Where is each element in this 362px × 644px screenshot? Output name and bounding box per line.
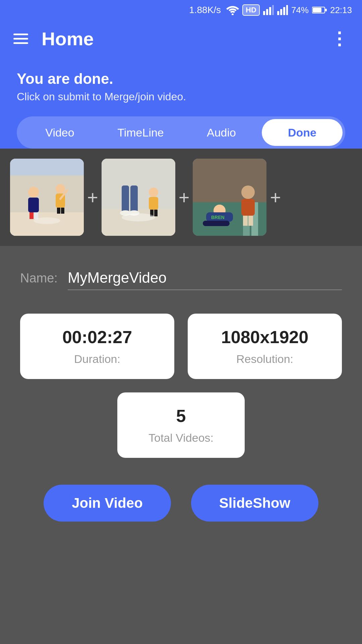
svg-rect-2 (266, 9, 268, 15)
header: Home ⋮ (0, 20, 362, 57)
svg-rect-16 (28, 198, 39, 212)
resolution-value: 362x644 (221, 327, 308, 347)
svg-rect-21 (57, 208, 60, 214)
tab-done[interactable]: Done (262, 119, 343, 146)
svg-rect-8 (286, 5, 288, 15)
stats-row-2: 5 Total Videos: (0, 379, 362, 458)
svg-point-44 (241, 185, 255, 199)
main-content: + (0, 149, 362, 644)
hd-badge: HD (242, 4, 260, 16)
svg-rect-11 (325, 9, 327, 11)
svg-point-35 (122, 213, 155, 221)
tab-timeline[interactable]: TimeLine (100, 119, 181, 146)
svg-rect-47 (248, 216, 253, 226)
stats-row-1: 00:02:27 Duration: 362x644 Resolution: (0, 300, 362, 379)
svg-rect-32 (149, 197, 158, 210)
total-videos-label: Total Videos: (148, 431, 214, 444)
info-subtitle: Click on submit to Merge/join video. (17, 91, 345, 103)
svg-rect-27 (122, 185, 129, 212)
add-video-icon-1[interactable]: + (87, 186, 98, 208)
video-thumb-1[interactable] (10, 159, 84, 236)
slideshow-button[interactable]: SlideShow (191, 485, 318, 522)
svg-rect-7 (283, 7, 285, 15)
svg-rect-4 (272, 5, 274, 15)
resolution-label: Resolution: (236, 353, 293, 366)
page-title: Home (42, 28, 317, 50)
svg-rect-18 (34, 212, 38, 219)
svg-point-15 (28, 187, 39, 198)
svg-point-31 (149, 187, 158, 197)
svg-rect-22 (61, 208, 64, 214)
video-row: + (0, 149, 362, 246)
time: 22:13 (330, 5, 352, 15)
hamburger-menu[interactable] (13, 34, 28, 44)
svg-rect-26 (102, 159, 175, 209)
svg-rect-43 (203, 221, 230, 226)
join-video-button[interactable]: Join Video (44, 485, 171, 522)
total-videos-card: 5 Total Videos: (117, 392, 245, 458)
svg-rect-14 (10, 175, 84, 212)
more-options-icon[interactable]: ⋮ (330, 29, 349, 49)
add-video-icon-3[interactable]: + (270, 186, 281, 208)
bottom-buttons: Join Video SlideShow (0, 458, 362, 542)
svg-rect-3 (269, 7, 271, 15)
video-thumb-3[interactable]: BREN (193, 159, 266, 236)
tab-video[interactable]: Video (19, 119, 100, 146)
svg-rect-28 (130, 185, 138, 212)
svg-rect-13 (10, 159, 84, 175)
svg-rect-46 (243, 216, 248, 226)
name-input[interactable] (68, 266, 342, 290)
total-videos-value: 5 (176, 406, 186, 426)
tab-bar: Video TimeLine Audio Done (17, 116, 345, 149)
duration-label: Duration: (74, 353, 120, 366)
svg-rect-1 (263, 11, 265, 15)
svg-rect-17 (29, 212, 34, 219)
status-icons: HD 74% 22:13 (226, 4, 352, 16)
info-section: You are done. Click on submit to Merge/j… (0, 57, 362, 149)
resolution-card: 362x644 Resolution: (188, 314, 342, 379)
info-title: You are done. (17, 70, 345, 87)
duration-value: 00:02:27 (62, 327, 132, 347)
status-bar: 1.88K/s HD 74% (0, 0, 362, 20)
tab-audio[interactable]: Audio (181, 119, 262, 146)
svg-text:BREN: BREN (211, 215, 225, 220)
svg-point-24 (34, 217, 60, 224)
duration-card: 00:02:27 Duration: (20, 314, 174, 379)
svg-rect-5 (277, 11, 279, 15)
network-speed: 1.88K/s (189, 5, 221, 15)
video-thumb-2[interactable] (102, 159, 175, 236)
svg-rect-6 (280, 9, 282, 15)
svg-rect-10 (313, 8, 321, 12)
svg-rect-34 (154, 210, 158, 216)
svg-point-0 (232, 13, 234, 15)
name-label: Name: (20, 271, 58, 285)
name-section: Name: (0, 246, 362, 300)
svg-rect-45 (241, 199, 255, 216)
add-video-icon-2[interactable]: + (179, 186, 190, 208)
svg-point-19 (56, 184, 65, 194)
battery-percent: 74% (291, 5, 309, 15)
